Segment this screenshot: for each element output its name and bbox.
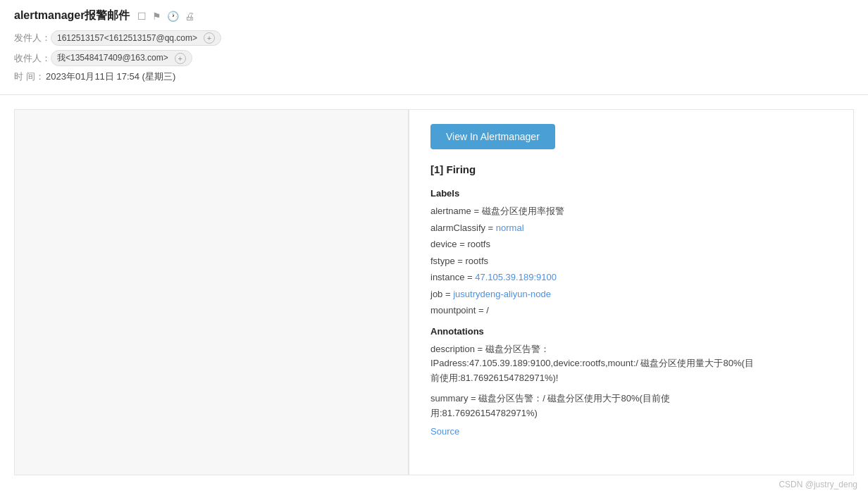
from-label: 发件人： xyxy=(14,32,51,44)
print-icon[interactable]: 🖨 xyxy=(185,11,194,22)
firing-title: [1] Firing xyxy=(430,163,832,175)
label-mountpoint: mountpoint = / xyxy=(430,304,832,318)
label-job: job = jusutrydeng-aliyun-node xyxy=(430,287,832,301)
label-job-value: jusutrydeng-aliyun-node xyxy=(453,289,551,299)
email-right-panel: View In Alertmanager [1] Firing Labels a… xyxy=(409,109,854,475)
label-alarmclassify-value: normal xyxy=(496,223,524,233)
toolbar-icons: ☐ ⚑ 🕐 🖨 xyxy=(137,11,194,22)
email-body: View In Alertmanager [1] Firing Labels a… xyxy=(0,95,868,489)
from-value: 1612513157<1612513157@qq.com> xyxy=(57,33,197,43)
annotations-section: Annotations description = 磁盘分区告警： IPadre… xyxy=(430,326,832,437)
from-row: 发件人： 1612513157<1612513157@qq.com> + xyxy=(14,30,854,46)
to-chip: 我<13548417409@163.com> + xyxy=(51,50,192,66)
view-alertmanager-btn[interactable]: View In Alertmanager xyxy=(430,124,555,149)
to-row: 收件人： 我<13548417409@163.com> + xyxy=(14,50,854,66)
summary-text: summary = 磁盘分区告警：/ 磁盘分区使用大于80%(目前使 用:81.… xyxy=(430,392,832,421)
time-label: 时 间： xyxy=(14,70,46,83)
label-alertname: alertname = 磁盘分区使用率报警 xyxy=(430,204,832,218)
time-value: 2023年01月11日 17:54 (星期三) xyxy=(46,70,175,83)
bookmark-icon[interactable]: ☐ xyxy=(137,11,147,22)
email-header: alertmanager报警邮件 ☐ ⚑ 🕐 🖨 发件人： 1612513157… xyxy=(0,0,868,95)
email-container: alertmanager报警邮件 ☐ ⚑ 🕐 🖨 发件人： 1612513157… xyxy=(0,0,868,500)
to-value: 我<13548417409@163.com> xyxy=(57,52,168,64)
description-text: description = 磁盘分区告警： IPadress:47.105.39… xyxy=(430,342,832,386)
flag-icon[interactable]: ⚑ xyxy=(152,11,161,22)
from-chip: 1612513157<1612513157@qq.com> + xyxy=(51,30,221,46)
from-plus-btn[interactable]: + xyxy=(204,32,215,44)
label-instance-value: 47.105.39.189:9100 xyxy=(475,272,557,282)
source-link[interactable]: Source xyxy=(430,426,459,437)
to-label: 收件人： xyxy=(14,52,51,65)
email-left-panel xyxy=(14,109,409,475)
annotations-heading: Annotations xyxy=(430,326,832,337)
label-alarmclassify: alarmClassify = normal xyxy=(430,221,832,235)
label-fstype: fstype = rootfs xyxy=(430,254,832,268)
label-device: device = rootfs xyxy=(430,237,832,251)
labels-heading: Labels xyxy=(430,188,832,199)
watermark: CSDN @justry_deng xyxy=(779,480,857,489)
label-instance: instance = 47.105.39.189:9100 xyxy=(430,270,832,285)
clock-icon[interactable]: 🕐 xyxy=(167,11,179,22)
title-row: alertmanager报警邮件 ☐ ⚑ 🕐 🖨 xyxy=(14,8,854,23)
time-row: 时 间： 2023年01月11日 17:54 (星期三) xyxy=(14,70,854,83)
to-plus-btn[interactable]: + xyxy=(175,53,186,64)
email-title: alertmanager报警邮件 xyxy=(14,8,130,23)
